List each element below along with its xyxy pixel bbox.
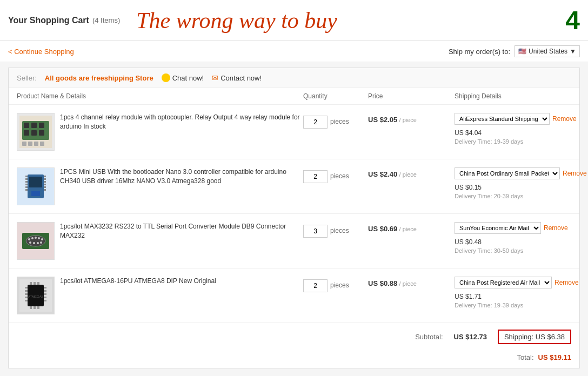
quantity-input-1[interactable] <box>303 170 328 183</box>
shipping-cell-3: China Post Registered Air Mail Remove US… <box>455 277 579 308</box>
shipping-cost-2: US $0.48 <box>455 238 571 246</box>
svg-rect-52 <box>44 300 46 301</box>
pieces-label-3: pieces <box>330 279 349 289</box>
footer-totals: Subtotal: US $12.73 Shipping: US $6.38 <box>9 323 579 351</box>
table-row: 1pcs/lot MAX3232 RS232 to TTL Serial Por… <box>9 214 579 268</box>
quantity-cell-2: pieces <box>303 222 368 238</box>
svg-rect-44 <box>25 290 28 292</box>
svg-rect-4 <box>39 123 44 128</box>
svg-rect-21 <box>44 176 46 177</box>
svg-rect-18 <box>25 184 28 185</box>
svg-rect-53 <box>30 282 32 285</box>
delivery-time-0: Delivery Time: 19-39 days <box>455 138 577 145</box>
shipping-cost-0: US $4.04 <box>455 129 577 137</box>
chat-icon <box>162 73 170 82</box>
table-header: Product Name & Details Quantity Price Sh… <box>9 88 579 105</box>
watermark-text: The wrong way to buy <box>136 8 565 33</box>
shipping-select-2[interactable]: SunYou Economic Air Mail <box>455 222 541 234</box>
svg-rect-8 <box>22 142 26 146</box>
total-value: US $19.11 <box>538 353 571 361</box>
product-name-3: 1pcs/lot ATMEGA8-16PU ATMEGA8 DIP New Or… <box>60 277 216 286</box>
header: Your Shopping Cart (4 Items) The wrong w… <box>0 0 588 41</box>
svg-rect-9 <box>28 142 32 146</box>
svg-rect-43 <box>25 287 28 288</box>
quantity-input-0[interactable] <box>303 116 328 129</box>
shipping-cell-0: AliExpress Standard Shipping Remove US $… <box>455 113 577 145</box>
header-number: 4 <box>565 5 580 35</box>
shipping-cost-1: US $0.15 <box>455 184 587 191</box>
svg-point-37 <box>33 242 35 244</box>
price-cell-3: US $0.88 / piece <box>368 277 455 287</box>
svg-rect-7 <box>39 130 44 136</box>
svg-point-32 <box>31 237 34 239</box>
country-name: United States <box>529 48 567 55</box>
product-name-2: 1pcs/lot MAX3232 RS232 to TTL Serial Por… <box>60 222 303 240</box>
quantity-input-2[interactable] <box>303 225 328 238</box>
ship-to-section: Ship my order(s) to: 🇺🇸 United States ▼ <box>449 45 580 57</box>
shipping-select-3[interactable]: China Post Registered Air Mail <box>455 277 552 288</box>
pieces-label-0: pieces <box>330 116 349 125</box>
col-shipping: Shipping Details <box>455 92 571 100</box>
chat-now-button[interactable]: Chat now! <box>162 73 204 82</box>
shipping-cost-3: US $1.71 <box>455 293 579 300</box>
quantity-cell-1: pieces <box>303 167 368 183</box>
svg-rect-58 <box>37 306 39 309</box>
price-value-0: US $2.05 <box>368 116 397 124</box>
price-cell-2: US $0.69 / piece <box>368 222 455 233</box>
svg-rect-10 <box>34 142 38 146</box>
svg-rect-17 <box>25 181 28 183</box>
cart-count: (4 Items) <box>92 16 120 24</box>
svg-point-31 <box>28 238 30 240</box>
country-select[interactable]: 🇺🇸 United States ▼ <box>514 45 580 57</box>
product-name-0: 1pcs 4 channel relay module with optocou… <box>60 113 303 131</box>
table-row: ATMEGA8 1pcs/lot ATMEGA8-16PU ATMEGA8 DI… <box>9 268 579 323</box>
svg-rect-16 <box>25 178 28 180</box>
product-image-2 <box>17 222 55 260</box>
svg-rect-25 <box>44 186 46 188</box>
shipping-cell-1: China Post Ordinary Small Packet Remove … <box>455 167 587 199</box>
seller-label: Seller: <box>17 74 37 82</box>
continue-shopping-link[interactable]: < Continue Shopping <box>8 48 74 56</box>
chat-label: Chat now! <box>172 74 204 82</box>
price-cell-0: US $2.05 / piece <box>368 113 455 124</box>
svg-rect-23 <box>44 181 46 183</box>
price-per-3: / piece <box>399 280 417 287</box>
subtotal-value: US $12.73 <box>454 333 487 341</box>
shipping-select-1[interactable]: China Post Ordinary Small Packet <box>455 167 560 179</box>
delivery-time-2: Delivery Time: 30-50 days <box>455 247 571 254</box>
remove-button-0[interactable]: Remove <box>552 115 577 123</box>
svg-rect-55 <box>37 282 39 285</box>
cart-title: Your Shopping Cart <box>8 16 89 25</box>
remove-button-2[interactable]: Remove <box>544 224 568 232</box>
subheader: < Continue Shopping Ship my order(s) to:… <box>0 41 588 62</box>
quantity-cell-3: pieces <box>303 277 368 292</box>
delivery-time-3: Delivery Time: 19-39 days <box>455 302 579 308</box>
svg-rect-26 <box>44 189 46 191</box>
price-per-0: / piece <box>399 117 417 123</box>
bottom-section: Tracking Information: available Buy from… <box>0 374 588 376</box>
svg-rect-27 <box>31 191 40 196</box>
envelope-icon: ✉ <box>212 73 218 82</box>
product-name-1: 1PCS Mini USB With the bootloader Nano 3… <box>60 167 303 186</box>
svg-rect-20 <box>25 189 28 191</box>
remove-button-3[interactable]: Remove <box>554 279 579 286</box>
subtotal-label: Subtotal: <box>415 333 443 341</box>
product-info-2: 1pcs/lot MAX3232 RS232 to TTL Serial Por… <box>17 222 303 260</box>
delivery-time-1: Delivery Time: 20-39 days <box>455 193 587 199</box>
product-image-0 <box>17 113 55 151</box>
svg-text:ATMEGA8: ATMEGA8 <box>28 295 44 298</box>
shipping-select-wrapper-1: China Post Ordinary Small Packet Remove <box>455 167 587 179</box>
quantity-input-3[interactable] <box>303 279 328 292</box>
ship-label: Ship my order(s) to: <box>449 48 510 56</box>
contact-now-button[interactable]: ✉ Contact now! <box>212 73 262 82</box>
shipping-select-wrapper-2: SunYou Economic Air Mail Remove <box>455 222 571 234</box>
svg-rect-48 <box>44 287 46 288</box>
svg-rect-49 <box>44 290 46 292</box>
svg-rect-15 <box>25 176 28 177</box>
remove-button-1[interactable]: Remove <box>563 170 587 177</box>
price-value-3: US $0.88 <box>368 279 397 287</box>
shipping-select-0[interactable]: AliExpress Standard Shipping <box>455 113 550 125</box>
svg-point-36 <box>29 241 31 244</box>
table-row: 1pcs 4 channel relay module with optocou… <box>9 105 579 159</box>
col-quantity: Quantity <box>303 92 368 100</box>
